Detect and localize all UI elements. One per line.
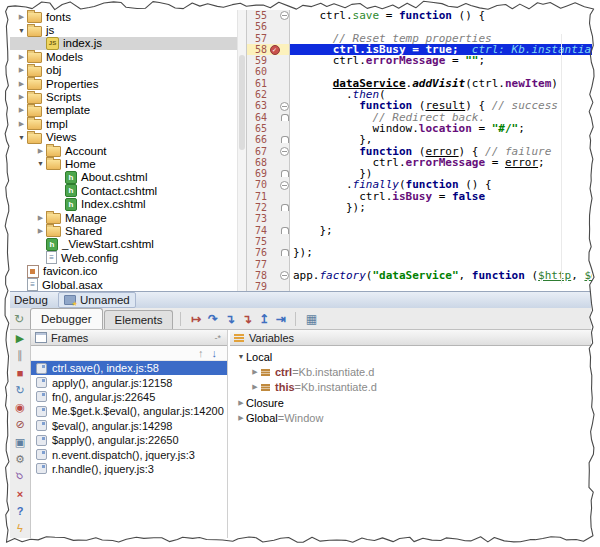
expand-arrow-icon[interactable]: ▶ <box>35 147 46 155</box>
tree-item-views[interactable]: ▼Views <box>10 131 246 144</box>
float-window-icon[interactable]: -* <box>215 333 222 343</box>
pause-icon[interactable]: ∥ <box>10 347 30 364</box>
tree-item-models[interactable]: ▶Models <box>10 50 246 63</box>
fold-marker-icon[interactable] <box>280 147 289 156</box>
gutter-cell[interactable] <box>269 281 280 291</box>
gutter-cell[interactable] <box>269 33 280 44</box>
line-number[interactable]: 67 <box>247 146 269 157</box>
frame-item[interactable]: $apply(), angular.js:22650 <box>31 433 227 447</box>
rerun-icon[interactable]: ↻ <box>10 382 30 399</box>
line-number[interactable]: 79 <box>247 281 269 291</box>
console-icon[interactable]: ▣ <box>10 434 30 451</box>
fold-marker-icon[interactable] <box>281 136 289 143</box>
variable-row-this[interactable]: ▶this = Kb.instantiate.d <box>230 380 591 395</box>
line-number[interactable]: 59 <box>247 55 269 66</box>
line-number[interactable]: 68 <box>247 157 269 168</box>
gutter-cell[interactable] <box>269 213 280 224</box>
line-number[interactable]: 74 <box>247 225 269 236</box>
line-number[interactable]: 63 <box>247 100 269 111</box>
expand-arrow-icon[interactable]: ▶ <box>16 13 27 21</box>
step-out-icon[interactable]: ↥ <box>255 312 272 326</box>
fold-marker-icon[interactable] <box>281 114 289 121</box>
tree-item-index-cshtml[interactable]: Index.cshtml <box>10 197 246 210</box>
tree-item-favicon-ico[interactable]: favicon.ico <box>10 264 246 277</box>
code-line-59[interactable]: 59 ctrl.errorMessage = ""; <box>247 55 592 66</box>
frame-up-icon[interactable]: ↑ <box>198 347 204 359</box>
code-line-79[interactable]: 79 <box>247 281 592 291</box>
expand-arrow-icon[interactable]: ▶ <box>16 53 27 61</box>
gutter-cell[interactable] <box>269 179 280 190</box>
fold-marker-icon[interactable] <box>280 181 289 190</box>
frame-item[interactable]: $eval(), angular.js:14298 <box>31 419 227 433</box>
tree-item-about-cshtml[interactable]: About.cshtml <box>10 171 246 184</box>
fold-marker-icon[interactable] <box>281 249 289 256</box>
show-execution-point-icon[interactable]: ↦ <box>187 312 204 326</box>
fold-marker-icon[interactable] <box>281 170 289 177</box>
fold-marker-icon[interactable] <box>281 227 289 234</box>
step-into-icon[interactable]: ↴ <box>221 312 238 326</box>
expand-arrow-icon[interactable]: ▶ <box>236 399 246 407</box>
line-number[interactable]: 76 <box>247 247 269 258</box>
fold-gutter[interactable] <box>280 225 290 236</box>
tree-item-account[interactable]: ▶Account <box>10 144 246 157</box>
fold-marker-icon[interactable] <box>280 11 289 20</box>
fold-gutter[interactable] <box>280 202 290 213</box>
tab-elements[interactable]: Elements <box>104 310 174 329</box>
tree-item-properties[interactable]: ▶Properties <box>10 77 246 90</box>
gutter-cell[interactable] <box>269 202 280 213</box>
scrollbar-thumb[interactable] <box>239 55 245 150</box>
fold-gutter[interactable] <box>280 100 290 111</box>
line-number[interactable]: 75 <box>247 236 269 247</box>
tree-item-fonts[interactable]: ▶fonts <box>10 10 246 23</box>
fold-gutter[interactable] <box>280 134 290 145</box>
fold-marker-icon[interactable] <box>280 102 289 111</box>
frame-item[interactable]: ctrl.save(), index.js:58 <box>31 361 227 375</box>
fold-marker-icon[interactable] <box>281 204 289 211</box>
tree-item-web-config[interactable]: Web.config <box>10 251 246 264</box>
gutter-cell[interactable] <box>269 78 280 89</box>
code-line-72[interactable]: 72 }); <box>247 202 592 213</box>
line-number[interactable]: 58 <box>247 44 269 55</box>
code-line-76[interactable]: 76}); <box>247 247 592 258</box>
gutter-cell[interactable] <box>269 191 280 202</box>
line-number[interactable]: 72 <box>247 202 269 213</box>
expand-arrow-icon[interactable]: ▶ <box>16 106 27 114</box>
fold-gutter[interactable] <box>280 112 290 123</box>
expand-arrow-icon[interactable]: ▶ <box>16 120 27 128</box>
line-number[interactable]: 70 <box>247 179 269 190</box>
gutter-cell[interactable] <box>269 259 280 270</box>
collapse-arrow-icon[interactable]: ▼ <box>35 160 46 167</box>
line-number[interactable]: 61 <box>247 78 269 89</box>
gutter-cell[interactable] <box>269 134 280 145</box>
mute-breakpoints-icon[interactable]: ⊘ <box>10 416 30 433</box>
code-line-55[interactable]: 55 ctrl.save = function () { <box>247 10 592 21</box>
line-number[interactable]: 71 <box>247 191 269 202</box>
tree-item-tmpl[interactable]: ▶tmpl <box>10 117 246 130</box>
view-breakpoints-icon[interactable]: ◉ <box>10 399 30 416</box>
debug-session-tab[interactable]: Unnamed <box>58 292 136 308</box>
expand-arrow-icon[interactable]: ▶ <box>35 214 46 222</box>
gutter-cell[interactable] <box>269 89 280 100</box>
variable-row-ctrl[interactable]: ▶ctrl = Kb.instantiate.d <box>230 364 591 379</box>
resume-icon[interactable]: ▶ <box>10 330 30 347</box>
stop-icon[interactable]: ■ <box>10 365 30 382</box>
variable-row-global[interactable]: ▶Global = Window <box>230 411 591 426</box>
breakpoint-gutter[interactable] <box>269 44 280 55</box>
fold-gutter[interactable] <box>280 146 290 157</box>
gutter-cell[interactable] <box>269 247 280 258</box>
tree-item-obj[interactable]: ▶obj <box>10 64 246 77</box>
code-line-74[interactable]: 74 }; <box>247 225 592 236</box>
rerun-icon[interactable]: ↻ <box>10 312 28 326</box>
line-number[interactable]: 64 <box>247 112 269 123</box>
gutter-cell[interactable] <box>269 123 280 134</box>
tree-item-viewstart-cshtml[interactable]: _ViewStart.cshtml <box>10 238 246 251</box>
evaluate-expression-icon[interactable]: ▦ <box>302 312 320 326</box>
collapse-arrow-icon[interactable]: ▼ <box>236 353 246 360</box>
frame-item[interactable]: fn(), angular.js:22645 <box>31 390 227 404</box>
collapse-arrow-icon[interactable]: ▼ <box>16 134 27 141</box>
expand-arrow-icon[interactable]: ▶ <box>35 227 46 235</box>
gutter-cell[interactable] <box>269 157 280 168</box>
variable-row-local[interactable]: ▼Local <box>230 349 591 364</box>
expand-arrow-icon[interactable]: ▶ <box>16 93 27 101</box>
tree-item-shared[interactable]: ▶Shared <box>10 224 246 237</box>
